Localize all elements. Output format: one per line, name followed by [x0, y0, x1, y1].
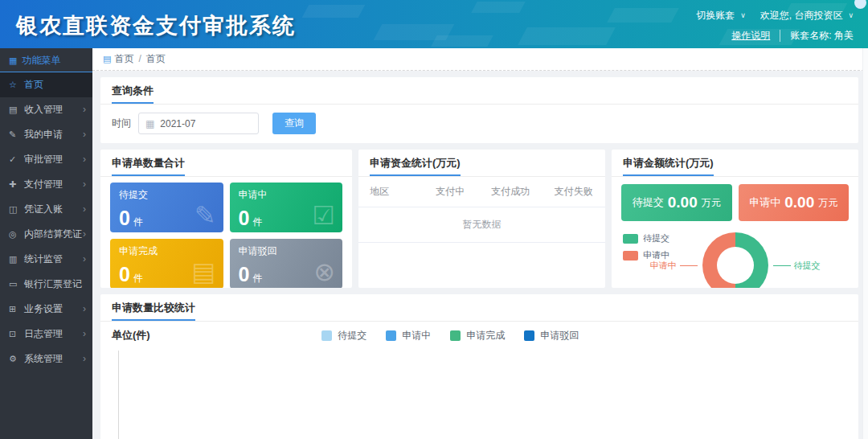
donut-callout-left-label: 申请中: [650, 260, 677, 272]
divider: [780, 30, 780, 42]
check-icon: ✓: [9, 147, 21, 172]
stat-card-value: 0: [239, 207, 250, 229]
column-header-success: 支付成功: [479, 177, 542, 207]
welcome-user-dropdown[interactable]: 欢迎您, 台商投资区: [760, 9, 843, 23]
amount-stats-panel: 申请金额统计(万元) 待提交 0.00 万元 申请中 0.00 万元: [612, 150, 858, 288]
sidebar-item-business-settings[interactable]: ⊞业务设置 ›: [0, 297, 92, 322]
chevron-right-icon: ›: [83, 322, 86, 347]
document-reject-icon: ⊗: [313, 256, 335, 287]
corner-badge[interactable]: [854, 0, 866, 9]
switch-account-dropdown[interactable]: 切换账套: [696, 9, 735, 23]
target-icon: ◎: [9, 222, 21, 247]
count-panel-title: 申请单数量合计: [112, 156, 185, 176]
sidebar-item-label: 我的申请: [24, 129, 63, 140]
sidebar-item-label: 日志管理: [24, 328, 63, 339]
list-check-icon: ☑: [312, 200, 335, 231]
count-panel-title-row: 申请单数量合计: [100, 150, 352, 177]
vertical-scrollbar[interactable]: [862, 48, 868, 439]
amount-cards-row: 待提交 0.00 万元 申请中 0.00 万元: [621, 184, 849, 221]
legend-item-pending-submit[interactable]: 待提交: [321, 329, 366, 343]
chevron-down-icon[interactable]: ∨: [848, 11, 854, 19]
sidebar-item-internal-settlement[interactable]: ◎内部结算凭证 ›: [0, 222, 92, 247]
chevron-right-icon: ›: [83, 347, 86, 371]
column-header-failed: 支付失败: [542, 177, 605, 207]
amount-panel-title-row: 申请金额统计(万元): [612, 150, 858, 177]
amount-panel-title: 申请金额统计(万元): [623, 156, 714, 176]
sidebar-item-label: 首页: [24, 79, 43, 90]
main-content: ▤首页/首页 查询条件 时间 ▦ 2021-07 查询: [92, 48, 868, 439]
legend-item-applying[interactable]: 申请中: [386, 329, 431, 343]
query-panel-title-row: 查询条件: [100, 77, 858, 105]
app-header: 银农直联资金支付审批系统 切换账套 ∨ 欢迎您, 台商投资区 ∨ 操作说明 账套…: [0, 0, 868, 48]
amount-card-applying: 申请中 0.00 万元: [739, 184, 850, 221]
sidebar-menu-header: ▦功能菜单: [0, 48, 92, 72]
sidebar-item-my-applications[interactable]: ✎我的申请 ›: [0, 122, 92, 147]
sidebar-item-log-management[interactable]: ⊡日志管理 ›: [0, 322, 92, 347]
chevron-right-icon: ›: [83, 197, 86, 222]
legend-item-rejected[interactable]: 申请驳回: [524, 329, 579, 343]
time-value: 2021-07: [160, 118, 195, 129]
sidebar-item-system-management[interactable]: ⚙系统管理 ›: [0, 347, 92, 371]
stat-card-completed[interactable]: 申请完成 0件 ▤: [110, 239, 223, 288]
search-button[interactable]: 查询: [272, 113, 316, 134]
sidebar-item-label: 支付管理: [24, 178, 63, 190]
card-icon: ▭: [9, 272, 21, 297]
count-summary-panel: 申请单数量合计 待提交 0件 ✎ 申请中: [100, 150, 352, 288]
page-document-icon: ▤: [103, 54, 111, 64]
stat-card-unit: 件: [133, 216, 143, 228]
sidebar-nav: ☆首页 ▤收入管理 › ✎我的申请 › ✓审批管理 › ✚支付管理 › ◫凭证入…: [0, 72, 92, 371]
chevron-right-icon: ›: [83, 147, 86, 172]
document-icon: ▤: [9, 97, 21, 122]
sidebar-item-label: 业务设置: [24, 303, 63, 314]
chevron-right-icon: ›: [83, 172, 86, 197]
legend-swatch-blue: [386, 330, 396, 341]
time-input[interactable]: ▦ 2021-07: [138, 113, 259, 134]
legend-swatch-lightblue: [321, 330, 332, 341]
sidebar-item-label: 凭证入账: [24, 203, 63, 215]
empty-data-text: 暂无数据: [358, 207, 605, 243]
donut-chart-area: 待提交 申请中 申请中 待提交: [612, 226, 858, 288]
edit-square-icon: ⊡: [9, 322, 21, 347]
stat-card-unit: 件: [252, 273, 262, 284]
fund-table-header: 地区 支付中 支付成功 支付失败: [358, 177, 605, 207]
sidebar-item-approval[interactable]: ✓审批管理 ›: [0, 147, 92, 172]
legend-item-completed[interactable]: 申请完成: [450, 329, 505, 343]
breadcrumb-separator: /: [138, 53, 141, 64]
stat-card-applying[interactable]: 申请中 0件 ☑: [230, 183, 343, 232]
decor-shape: [302, 5, 366, 18]
sidebar-item-home[interactable]: ☆首页: [0, 72, 92, 97]
amount-card-unit: 万元: [702, 196, 721, 210]
amount-card-unit: 万元: [818, 196, 837, 210]
stat-card-value: 0: [239, 263, 250, 285]
legend-swatch-green: [450, 330, 461, 341]
stat-card-rejected[interactable]: 申请驳回 0件 ⊗: [230, 239, 343, 288]
fund-panel-title-row: 申请资金统计(万元): [358, 150, 605, 177]
legend-swatch-darkblue: [524, 330, 534, 341]
chevron-down-icon[interactable]: ∨: [740, 11, 746, 19]
menu-header-label: 功能菜单: [22, 55, 60, 66]
chevron-right-icon: ›: [83, 97, 86, 122]
sidebar-item-bank-draft[interactable]: ▭银行汇票登记: [0, 272, 92, 297]
home-star-icon: ☆: [9, 72, 21, 97]
amount-card-value: 0.00: [668, 194, 698, 211]
sidebar-item-label: 银行汇票登记: [24, 278, 82, 289]
compare-panel-title-row: 申请数量比较统计: [100, 294, 858, 322]
sidebar-item-statistics[interactable]: ▥统计监管 ›: [0, 247, 92, 272]
calendar-icon: ▦: [145, 118, 154, 129]
fund-panel-title: 申请资金统计(万元): [370, 156, 461, 176]
header-row-bottom: 操作说明 账套名称: 角美: [696, 27, 854, 44]
sidebar-item-voucher-entry[interactable]: ◫凭证入账 ›: [0, 197, 92, 222]
breadcrumb-root-link[interactable]: 首页: [114, 53, 133, 64]
donut-callout-right-label: 待提交: [794, 260, 821, 272]
operation-guide-link[interactable]: 操作说明: [731, 29, 770, 43]
decor-shape: [471, 2, 525, 13]
donut-chart: [702, 232, 768, 288]
chevron-right-icon: ›: [83, 247, 86, 272]
decor-shape: [431, 35, 493, 47]
header-account-area: 切换账套 ∨ 欢迎您, 台商投资区 ∨ 操作说明 账套名称: 角美: [696, 6, 854, 44]
sidebar-item-payment[interactable]: ✚支付管理 ›: [0, 172, 92, 197]
stat-card-pending-submit[interactable]: 待提交 0件 ✎: [110, 183, 223, 232]
y-axis-unit-label: 单位(件): [112, 328, 150, 343]
sidebar-item-income[interactable]: ▤收入管理 ›: [0, 97, 92, 122]
sidebar: ▦功能菜单 ☆首页 ▤收入管理 › ✎我的申请 › ✓审批管理 › ✚支付管理 …: [0, 48, 92, 439]
